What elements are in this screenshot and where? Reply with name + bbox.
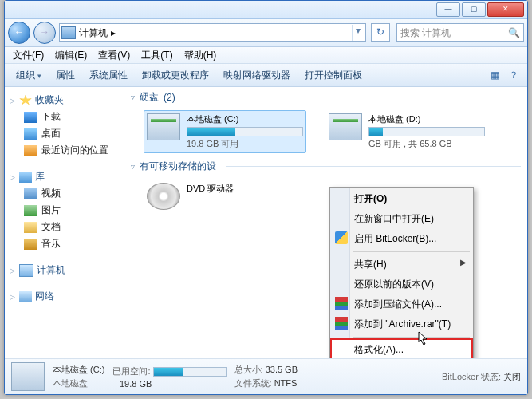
dvd-drive[interactable]: DVD 驱动器 [144,180,306,213]
status-fs-value: NTFS [274,378,298,388]
drive-info: DVD 驱动器 [187,183,303,196]
desktop-icon [24,128,37,140]
address-bar[interactable]: 计算机 ▸ ▾ [59,23,366,42]
sidebar-item-music[interactable]: 音乐 [6,235,122,252]
cmd-properties[interactable]: 属性 [49,66,81,85]
drive-usage-fill [187,128,235,136]
download-icon [24,112,37,123]
sidebar-item-label: 文档 [41,220,61,234]
sidebar-label: 网络 [35,290,54,303]
sidebar-item-label: 最近访问的位置 [41,144,108,157]
ctx-add-to-archive[interactable]: 添加到压缩文件(A)... [332,294,471,314]
ctx-share[interactable]: 共享(H)▶ [332,255,471,275]
nav-forward-button[interactable]: → [33,22,56,44]
cmd-map-drive[interactable]: 映射网络驱动器 [217,66,297,85]
ctx-open-new-window[interactable]: 在新窗口中打开(E) [332,209,471,229]
separator [353,251,470,252]
ctx-label: 启用 BitLocker(B)... [354,233,436,244]
ctx-label: 添加到压缩文件(A)... [354,298,442,310]
sidebar-computer[interactable]: ▷ 计算机 [6,262,122,279]
drive-info: 本地磁盘 (D:) GB 可用 , 共 65.8 GB [368,113,485,150]
ctx-label: 共享(H) [354,259,387,270]
minimize-button[interactable]: — [436,2,460,17]
sidebar-libraries: ▷ 库 视频 图片 文档 音乐 [6,168,122,252]
sidebar-favorites-head[interactable]: ▷ 收藏夹 [6,92,122,109]
address-sep[interactable]: ▸ [111,27,116,38]
drive-usage-bar [187,127,303,136]
menu-help[interactable]: 帮助(H) [179,47,222,64]
status-used-label: 已用空间: [112,366,150,376]
rar-icon [335,317,348,330]
sidebar-label: 计算机 [37,263,65,277]
drive-name: 本地磁盘 (C:) [187,113,303,125]
search-box[interactable]: 搜索 计算机 🔍 [396,23,524,42]
group-header-hdd[interactable]: ▿ 硬盘 (2) [124,87,527,107]
cmd-organize[interactable]: 组织 [10,66,48,85]
ctx-label: 添加到 "Archive.rar"(T) [354,318,451,330]
hdd-icon [147,113,180,140]
address-dropdown[interactable]: ▾ [352,25,364,41]
sidebar-item-pictures[interactable]: 图片 [6,202,122,219]
drive-name: DVD 驱动器 [187,183,303,195]
group-label: 有可移动存储的设 [140,160,216,173]
status-total-value: 33.5 GB [266,365,298,374]
group-header-removable[interactable]: ▿ 有可移动存储的设 [124,156,527,176]
content-pane: ▿ 硬盘 (2) 本地磁盘 (C:) 19.8 GB 可用 [124,87,527,358]
shield-icon [335,231,348,244]
group-count: (2) [164,92,175,103]
address-crumb[interactable]: 计算机 [79,26,108,40]
ctx-format[interactable]: 格式化(A)... [332,340,471,358]
menu-tools[interactable]: 工具(T) [136,47,177,64]
hdd-icon [329,113,362,140]
sidebar-item-desktop[interactable]: 桌面 [6,125,122,142]
close-button[interactable]: ✕ [487,2,524,17]
ctx-previous-versions[interactable]: 还原以前的版本(V) [332,275,471,294]
menu-view[interactable]: 查看(V) [93,47,135,64]
cmd-uninstall[interactable]: 卸载或更改程序 [136,66,215,85]
sidebar: ▷ 收藏夹 下载 桌面 最近访问的位置 ▷ 库 视频 图片 文档 音乐 [5,87,124,358]
status-bar: 本地磁盘 (C:) 本地磁盘 已用空间: x 19.8 GB 总大小: 33.5… [5,358,527,394]
sidebar-network[interactable]: ▷ 网络 [6,288,122,305]
menu-edit[interactable]: 编辑(E) [50,47,92,64]
help-button[interactable]: ？ [505,67,522,83]
maximize-button[interactable]: ▢ [462,2,486,17]
cmd-system-properties[interactable]: 系统属性 [83,66,134,85]
sidebar-computer-group: ▷ 计算机 [6,262,122,279]
status-total-col: 总大小: 33.5 GB 文件系统: NTFS [234,364,298,389]
recent-icon [24,145,37,156]
group-label: 硬盘 [140,90,159,104]
ctx-bitlocker[interactable]: 启用 BitLocker(B)... [332,229,471,249]
search-placeholder: 搜索 计算机 [400,26,451,40]
status-subtitle: 本地磁盘 [53,377,104,389]
computer-icon [19,264,33,277]
sidebar-item-label: 桌面 [41,127,61,140]
sidebar-item-downloads[interactable]: 下载 [6,109,122,125]
nav-toolbar: ← → 计算机 ▸ ▾ ↻ 搜索 计算机 🔍 [5,19,527,47]
drive-info: 本地磁盘 (C:) 19.8 GB 可用 [187,113,303,150]
titlebar: — ▢ ✕ [5,1,527,19]
sidebar-item-documents[interactable]: 文档 [6,219,122,235]
ctx-open[interactable]: 打开(O) [332,189,471,209]
sidebar-item-videos[interactable]: 视频 [6,185,122,202]
refresh-button[interactable]: ↻ [371,23,390,42]
menu-file[interactable]: 文件(F) [8,47,49,64]
ctx-add-to-rar[interactable]: 添加到 "Archive.rar"(T) [332,314,471,334]
picture-icon [24,205,37,216]
drive-c[interactable]: 本地磁盘 (C:) 19.8 GB 可用 [144,110,306,153]
drive-d[interactable]: 本地磁盘 (D:) GB 可用 , 共 65.8 GB [325,110,488,153]
nav-back-button[interactable]: ← [8,22,30,44]
network-icon [19,291,32,302]
drive-row: 本地磁盘 (C:) 19.8 GB 可用 本地磁盘 (D:) GB 可用 , 共… [124,107,527,156]
library-icon [19,172,32,183]
context-menu: 打开(O) 在新窗口中打开(E) 启用 BitLocker(B)... 共享(H… [329,187,474,358]
collapse-icon: ▷ [8,97,16,105]
explorer-window: — ▢ ✕ ← → 计算机 ▸ ▾ ↻ 搜索 计算机 🔍 文件(F) 编辑(E)… [4,0,528,395]
collapse-icon: ▿ [131,93,135,101]
status-usage-bar [153,367,227,377]
sidebar-item-recent[interactable]: 最近访问的位置 [6,142,122,159]
cmd-control-panel[interactable]: 打开控制面板 [298,66,368,85]
view-mode-button[interactable]: ▦ [486,67,503,83]
sidebar-libraries-head[interactable]: ▷ 库 [6,168,122,185]
dvd-icon [147,183,180,210]
drive-name: 本地磁盘 (D:) [368,113,485,125]
